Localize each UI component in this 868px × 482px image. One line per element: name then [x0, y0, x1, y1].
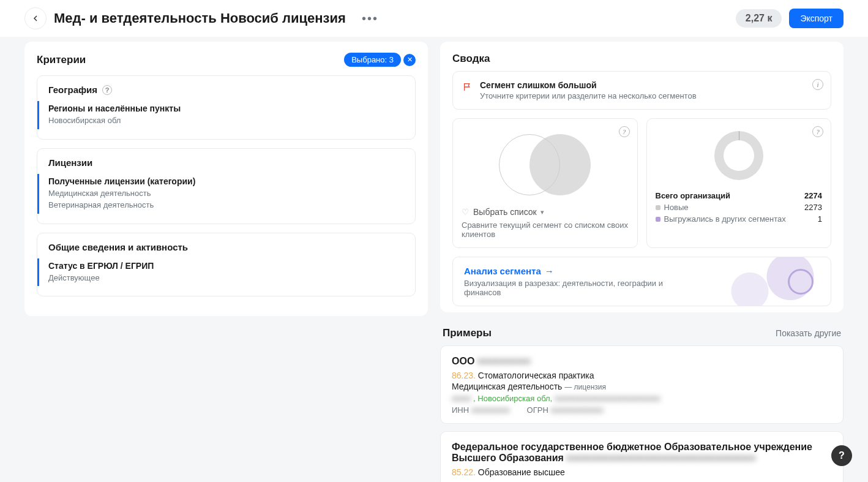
chevron-down-icon: ▾ — [541, 208, 544, 216]
close-icon: ✕ — [407, 56, 413, 64]
legend-dot-purple — [656, 217, 660, 222]
examples-title: Примеры — [443, 327, 492, 339]
page-title: Мед- и ветдеятельность Новосиб лицензия — [54, 10, 346, 26]
criteria-item[interactable]: Статус в ЕГРЮЛ / ЕГРИП Действующее — [37, 258, 404, 287]
example-ids: ИНН ■■■■■■■■ ОГРН ■■■■■■■■■■■ — [452, 405, 832, 415]
decorative-map-icon — [696, 257, 831, 306]
flag-icon — [463, 81, 473, 100]
ellipsis-icon: ••• — [362, 12, 378, 25]
criteria-item-name: Полученные лицензии (категории) — [48, 176, 404, 186]
selected-count-label: Выбрано: 3 — [351, 55, 394, 64]
new-value: 2273 — [804, 203, 822, 212]
criteria-item-name: Регионы и населённые пункты — [48, 104, 404, 113]
totals-card: ? Всего организаций 2274 Новые 2273 Выгр… — [646, 118, 832, 248]
show-other-examples-button[interactable]: Показать другие — [776, 328, 841, 338]
export-button[interactable]: Экспорт — [789, 9, 844, 28]
analysis-link[interactable]: Анализ сегмента → — [464, 266, 554, 276]
criteria-item-name: Статус в ЕГРЮЛ / ЕГРИП — [48, 261, 404, 271]
summary-panel-title: Сводка — [452, 53, 490, 65]
example-location: ■■■■ , Новосибирская обл, ■■■■■■■■■■■■■■… — [452, 394, 832, 403]
select-list-label: Выбрать список — [473, 207, 537, 217]
criteria-item[interactable]: Полученные лицензии (категории) Медицинс… — [37, 174, 404, 214]
select-list-dropdown[interactable]: ♡ Выбрать список ▾ — [462, 207, 629, 217]
example-activity: 85.22. Образование высшее — [452, 467, 832, 477]
clear-filters-button[interactable]: ✕ — [403, 54, 416, 66]
legend-dot-gray — [656, 205, 660, 210]
analysis-desc: Визуализация в разрезах: деятельности, г… — [464, 279, 684, 297]
criteria-group-geography[interactable]: География ? Регионы и населённые пункты … — [37, 75, 416, 140]
info-icon[interactable]: ? — [812, 126, 823, 137]
heart-icon: ♡ — [462, 207, 470, 217]
totals-label: Всего организаций — [656, 191, 731, 200]
criteria-item[interactable]: Регионы и населённые пункты Новосибирска… — [37, 101, 404, 129]
criteria-group-title: География — [48, 85, 97, 95]
info-icon[interactable]: ? — [619, 126, 630, 137]
example-activity: 86.23. Стоматологическая практика — [452, 371, 832, 380]
criteria-panel-title: Критерии — [37, 54, 86, 66]
exported-label: Выгружались в других сегментах — [664, 214, 786, 224]
summary-panel: Сводка Сегмент слишком большой Уточните … — [440, 42, 844, 312]
help-fab-button[interactable]: ? — [831, 445, 852, 466]
compare-hint: Сравните текущий сегмент со списком свои… — [462, 220, 629, 239]
criteria-item-value: Медицинская деятельность Ветеринарная де… — [48, 187, 404, 211]
question-icon: ? — [839, 450, 845, 461]
example-name: Федеральное государственное бюджетное Об… — [452, 442, 832, 464]
selected-count-chip[interactable]: Выбрано: 3 — [344, 53, 401, 67]
alert-title: Сегмент слишком большой — [480, 80, 697, 90]
help-icon[interactable]: ? — [102, 85, 112, 95]
example-name: ООО ■■■■■■■■■ — [452, 356, 832, 367]
criteria-group-general[interactable]: Общие сведения и активность Статус в ЕГР… — [37, 233, 416, 297]
alert-desc: Уточните критерии или разделите на неско… — [480, 91, 697, 100]
donut-chart — [714, 131, 763, 180]
more-menu-button[interactable]: ••• — [358, 9, 382, 28]
info-icon[interactable]: i — [812, 79, 823, 90]
venn-diagram — [481, 131, 609, 198]
arrow-right-icon: → — [545, 266, 554, 276]
new-label: Новые — [664, 203, 689, 212]
analysis-link-card[interactable]: Анализ сегмента → Визуализация в разреза… — [452, 257, 831, 306]
example-item[interactable]: Федеральное государственное бюджетное Об… — [440, 431, 844, 482]
criteria-panel: Критерии Выбрано: 3 ✕ География ? Р — [24, 42, 428, 316]
totals-value: 2274 — [804, 191, 822, 200]
example-license: Медицинская деятельность — лицензия — [452, 382, 832, 391]
compare-card: ? ♡ Выбрать список ▾ Сравните текущий се… — [452, 118, 638, 248]
criteria-group-title: Общие сведения и активность — [48, 242, 188, 252]
exported-value: 1 — [818, 214, 822, 224]
criteria-item-value: Новосибирская обл — [48, 115, 404, 127]
arrow-left-icon — [31, 13, 40, 23]
segment-too-large-alert: Сегмент слишком большой Уточните критери… — [452, 71, 831, 110]
criteria-group-licenses[interactable]: Лицензии Полученные лицензии (категории)… — [37, 148, 416, 224]
criteria-group-title: Лицензии — [48, 157, 92, 168]
result-count-pill: 2,27 к — [736, 9, 782, 28]
criteria-item-value: Действующее — [48, 272, 404, 284]
example-item[interactable]: ООО ■■■■■■■■■ 86.23. Стоматологическая п… — [440, 345, 844, 424]
back-button[interactable] — [24, 7, 47, 29]
